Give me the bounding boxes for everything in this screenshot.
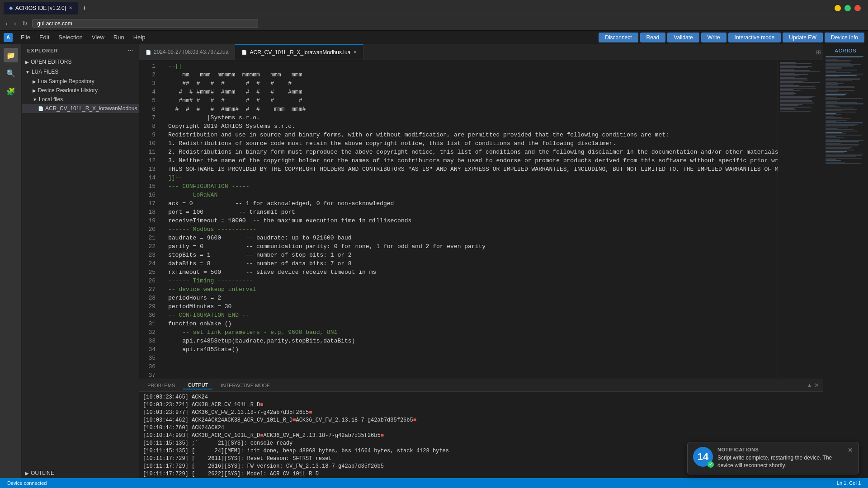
problems-tab[interactable]: PROBLEMS xyxy=(143,382,179,389)
tab-1-close[interactable]: ✕ xyxy=(353,50,357,55)
lua-files-section[interactable]: ▼ LUA FILES ▶ Lua Sample Repository ▶ De… xyxy=(22,67,139,113)
device-readouts-chevron: ▶ xyxy=(33,88,36,93)
forward-button[interactable]: › xyxy=(12,19,18,28)
collapse-terminal-icon[interactable]: ▲ xyxy=(807,382,812,389)
tab-0-label: 2024-09-27T08:03:43.797Z.lua xyxy=(154,49,228,55)
local-files-item[interactable]: ▼ Local files xyxy=(22,95,139,104)
browser-tabs: ◆ ACRIOS IDE [v1.2.0] ✕ + xyxy=(4,2,831,14)
address-input[interactable] xyxy=(32,19,258,28)
code-editor[interactable]: 1234567891011121314151617181920212223242… xyxy=(139,60,823,379)
menu-run[interactable]: Run xyxy=(110,33,128,42)
activity-sidebar: 📁 🔍 🧩 xyxy=(0,44,22,478)
minimize-button[interactable] xyxy=(835,5,841,11)
acr-cv-file-item[interactable]: 📄 ACR_CV_101L_R_X_lorawanModbus.lua xyxy=(22,104,139,113)
new-tab-button[interactable]: + xyxy=(80,4,89,12)
status-right: Ln 1, Col 1 xyxy=(834,480,863,486)
tab-0-icon: 📄 xyxy=(146,50,151,55)
outline-label: OUTLINE xyxy=(31,470,54,476)
explorer-more-icon[interactable]: ··· xyxy=(128,48,133,53)
acrios-logo-text: ACRIOS xyxy=(835,48,856,53)
browser-tab-close[interactable]: ✕ xyxy=(69,5,72,10)
outline-section[interactable]: ▶ OUTLINE xyxy=(22,468,139,478)
lua-files-header[interactable]: ▼ LUA FILES xyxy=(22,67,139,77)
notification-check-icon: ✓ xyxy=(708,461,714,468)
lua-files-chevron: ▼ xyxy=(25,70,30,75)
interactive-mode-button[interactable]: Interactive mode xyxy=(728,33,781,42)
terminal-actions: ▲ ✕ xyxy=(807,382,819,389)
local-files-chevron: ▼ xyxy=(33,97,37,102)
window-controls xyxy=(831,5,864,11)
minimap xyxy=(778,60,823,379)
explorer-header: EXPLORER ··· xyxy=(22,44,139,57)
menu-help[interactable]: Help xyxy=(130,33,149,42)
sidebar-extensions-icon[interactable]: 🧩 xyxy=(4,84,18,99)
notification-text: Script write complete, restarting the de… xyxy=(717,454,843,469)
notification-count: 14 xyxy=(698,451,708,463)
code-content[interactable]: --[[ mm mmm mmmmm mmmmm mmm mmm ## # # #… xyxy=(161,60,778,379)
menu-selection[interactable]: Selection xyxy=(55,33,86,42)
menu-file[interactable]: File xyxy=(17,33,34,42)
read-button[interactable]: Read xyxy=(640,33,666,42)
close-terminal-icon[interactable]: ✕ xyxy=(814,382,819,389)
notification-badge: 14 ✓ xyxy=(693,447,713,467)
reload-button[interactable]: ↻ xyxy=(20,19,29,28)
outline-header[interactable]: ▶ OUTLINE xyxy=(22,468,139,478)
browser-tab-acrios[interactable]: ◆ ACRIOS IDE [v1.2.0] ✕ xyxy=(4,2,78,14)
device-readouts-label: Device Readouts History xyxy=(38,87,98,94)
write-button[interactable]: Write xyxy=(701,33,726,42)
editor-area: 📄 2024-09-27T08:03:43.797Z.lua 📄 ACR_CV_… xyxy=(139,44,823,478)
tab-1-label: ACR_CV_101L_R_X_lorawanModbus.lua xyxy=(250,49,350,56)
close-button[interactable] xyxy=(854,5,861,11)
minimap-content xyxy=(778,60,823,114)
output-tab[interactable]: OUTPUT xyxy=(183,381,212,389)
menu-view[interactable]: View xyxy=(88,33,108,42)
disconnect-button[interactable]: Disconnect xyxy=(599,33,638,42)
open-editors-chevron: ▶ xyxy=(25,60,29,65)
right-panel: ACRIOS xyxy=(823,44,868,478)
local-files-label: Local files xyxy=(39,96,63,103)
device-info-button[interactable]: Device Info xyxy=(825,33,864,42)
outline-chevron: ▶ xyxy=(25,471,29,476)
sidebar-files-icon[interactable]: 📁 xyxy=(4,48,18,62)
status-bar: Device connected Ln 1, Col 1 xyxy=(0,478,868,488)
lua-sample-chevron: ▶ xyxy=(33,79,36,84)
explorer-title: EXPLORER xyxy=(27,48,58,53)
address-bar-row: ‹ › ↻ xyxy=(0,16,868,31)
back-button[interactable]: ‹ xyxy=(4,19,9,28)
lua-sample-repo-item[interactable]: ▶ Lua Sample Repository xyxy=(22,77,139,86)
status-cursor[interactable]: Ln 1, Col 1 xyxy=(834,480,863,486)
lua-files-label: LUA FILES xyxy=(32,69,58,75)
sidebar-search-icon[interactable]: 🔍 xyxy=(4,66,18,80)
split-editor-icon[interactable]: ⊞ xyxy=(816,49,821,56)
lua-sample-label: Lua Sample Repository xyxy=(38,78,94,84)
menu-bar: A File Edit Selection View Run Help Disc… xyxy=(0,31,868,44)
status-connection[interactable]: Device connected xyxy=(5,480,49,486)
tab-1-icon: 📄 xyxy=(241,50,247,55)
maximize-button[interactable] xyxy=(844,5,851,11)
right-minimap xyxy=(826,56,866,164)
interactive-tab[interactable]: INTERACTIVE MODE xyxy=(216,382,274,389)
notification-area: 14 ✓ NOTIFICATIONS Script write complete… xyxy=(687,442,859,474)
notification-close[interactable]: ✕ xyxy=(848,447,853,453)
menu-edit[interactable]: Edit xyxy=(36,33,53,42)
terminal-tab-bar: PROBLEMS OUTPUT INTERACTIVE MODE ▲ ✕ xyxy=(139,379,823,392)
open-editors-header[interactable]: ▶ OPEN EDITORS xyxy=(22,57,139,67)
notification-header: NOTIFICATIONS xyxy=(717,447,843,452)
notification-content: NOTIFICATIONS Script write complete, res… xyxy=(717,447,843,469)
lua-file-icon: 📄 xyxy=(38,106,43,111)
editor-tab-0[interactable]: 📄 2024-09-27T08:03:43.797Z.lua xyxy=(139,44,235,60)
update-fw-button[interactable]: Update FW xyxy=(783,33,823,42)
open-editors-section[interactable]: ▶ OPEN EDITORS xyxy=(22,57,139,67)
editor-tab-1[interactable]: 📄 ACR_CV_101L_R_X_lorawanModbus.lua ✕ xyxy=(235,44,363,60)
editor-tab-bar: 📄 2024-09-27T08:03:43.797Z.lua 📄 ACR_CV_… xyxy=(139,44,823,60)
device-readouts-item[interactable]: ▶ Device Readouts History xyxy=(22,86,139,95)
browser-tab-label: ACRIOS IDE [v1.2.0] xyxy=(15,5,66,11)
main-content: 📁 🔍 🧩 EXPLORER ··· ▶ OPEN EDITORS ▼ xyxy=(0,44,868,478)
line-numbers: 1234567891011121314151617181920212223242… xyxy=(139,60,161,379)
acr-cv-file-label: ACR_CV_101L_R_X_lorawanModbus.lua xyxy=(45,105,146,112)
explorer-panel: EXPLORER ··· ▶ OPEN EDITORS ▼ LUA FILES … xyxy=(22,44,139,478)
browser-chrome: ◆ ACRIOS IDE [v1.2.0] ✕ + xyxy=(0,0,868,16)
validate-button[interactable]: Validate xyxy=(667,33,699,42)
open-editors-label: OPEN EDITORS xyxy=(31,59,71,65)
app-container: A File Edit Selection View Run Help Disc… xyxy=(0,31,868,488)
